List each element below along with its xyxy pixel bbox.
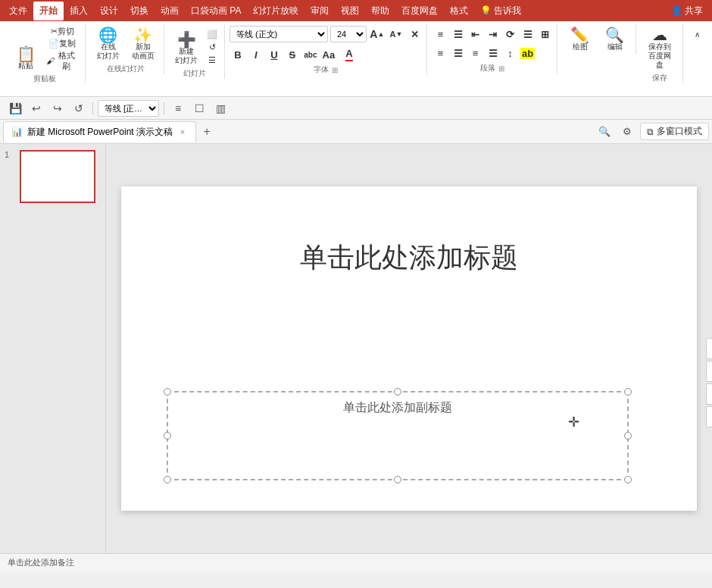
- clear-format-button[interactable]: ✕: [407, 26, 423, 42]
- copy-button[interactable]: 📄 复制: [44, 38, 80, 49]
- paragraph-expand-icon[interactable]: ⊞: [497, 64, 506, 73]
- rt-btn2[interactable]: ⊕: [706, 361, 712, 382]
- handle-tl[interactable]: [164, 388, 171, 396]
- layout-button[interactable]: ⬜: [205, 29, 220, 40]
- menu-transitions[interactable]: 切换: [124, 2, 155, 20]
- slide-canvas[interactable]: 单击此处添加标题 单击此处添加副标题 ⋀: [121, 186, 697, 511]
- underline-button[interactable]: U: [266, 46, 283, 63]
- handle-bm[interactable]: [394, 476, 401, 483]
- smartart-button[interactable]: ⊞: [537, 26, 554, 42]
- presentation-tab[interactable]: 📊 新建 Microsoft PowerPoint 演示文稿 ×: [3, 121, 196, 142]
- rt-btn4[interactable]: ⊠: [706, 406, 712, 427]
- menu-share[interactable]: 👤 共享: [665, 2, 709, 20]
- cut-button[interactable]: ✂ 剪切: [44, 26, 80, 37]
- menu-insert[interactable]: 插入: [64, 2, 94, 20]
- align-left-button[interactable]: ≡: [433, 45, 449, 61]
- align-right-button[interactable]: ≡: [467, 45, 484, 61]
- title-placeholder[interactable]: 单击此处添加标题: [121, 232, 697, 284]
- menu-slideshow[interactable]: 幻灯片放映: [247, 2, 304, 20]
- shadow-button[interactable]: abc: [302, 46, 319, 63]
- view-btn2[interactable]: ☐: [190, 99, 208, 117]
- lightbulb-icon: 💡: [480, 5, 492, 16]
- handle-mr[interactable]: [624, 432, 632, 439]
- layout-select[interactable]: 等线 [正…: [98, 100, 159, 117]
- text-highlight-button[interactable]: ab: [520, 45, 536, 61]
- new-slide-label: 新建 幻灯片: [175, 47, 198, 65]
- text-direction-icon: ⟳: [506, 29, 514, 40]
- paragraph-label: 段落 ⊞: [480, 63, 506, 74]
- handle-br[interactable]: [624, 476, 632, 483]
- bold-button[interactable]: B: [230, 46, 246, 63]
- edit-button[interactable]: 🔍 编辑: [598, 26, 632, 53]
- increase-font-icon: A: [370, 28, 377, 40]
- columns-button[interactable]: ☰: [520, 26, 536, 42]
- refresh-button[interactable]: ↺: [70, 99, 88, 117]
- justify-button[interactable]: ☰: [485, 45, 501, 61]
- menu-animations[interactable]: 动画: [155, 2, 185, 20]
- menu-review[interactable]: 审阅: [304, 2, 335, 20]
- undo-icon: ↩: [32, 102, 41, 114]
- menu-view[interactable]: 视图: [335, 2, 365, 20]
- align-center-button[interactable]: ☰: [450, 45, 467, 61]
- char-spacing-button[interactable]: Aa: [320, 46, 337, 63]
- menu-pa[interactable]: 口袋动画 PA: [185, 2, 247, 20]
- font-color-button[interactable]: A: [339, 46, 360, 63]
- online-slides-button[interactable]: 🌐 在线 幻灯片: [92, 26, 125, 62]
- reset-icon: ↺: [209, 42, 216, 52]
- save-button[interactable]: 💾: [6, 99, 24, 117]
- menu-help[interactable]: 帮助: [365, 2, 395, 20]
- menu-tell-me[interactable]: 💡 告诉我: [474, 2, 527, 20]
- share-icon: 👤: [671, 5, 682, 16]
- justify-icon: ☰: [489, 48, 498, 59]
- menu-design[interactable]: 设计: [94, 2, 124, 20]
- increase-indent-button[interactable]: ⇥: [485, 26, 501, 42]
- view-btn3[interactable]: ▥: [211, 99, 230, 117]
- collapse-ribbon-button[interactable]: ∧: [689, 27, 704, 42]
- decrease-indent-button[interactable]: ⇤: [467, 26, 484, 42]
- slide-thumbnail[interactable]: [20, 150, 95, 203]
- tab-add-button[interactable]: +: [198, 123, 216, 141]
- tab-search-button[interactable]: 🔍: [595, 122, 614, 142]
- view-btn1[interactable]: ≡: [169, 99, 187, 117]
- menu-format[interactable]: 格式: [444, 2, 474, 20]
- online-slides-label: 在线 幻灯片: [97, 42, 120, 61]
- status-bar[interactable]: 单击此处添加备注: [0, 553, 712, 571]
- increase-font-button[interactable]: A▲: [369, 26, 386, 42]
- subtitle-placeholder[interactable]: 单击此处添加副标题: [167, 391, 629, 480]
- strikethrough-button[interactable]: S: [284, 46, 301, 63]
- section-button[interactable]: ☰: [205, 55, 220, 66]
- line-spacing-button[interactable]: ↕: [502, 45, 519, 61]
- decrease-font-icon: A: [389, 30, 395, 39]
- save-cloud-icon: ☁: [652, 27, 667, 42]
- font-size-select[interactable]: 24: [330, 26, 367, 42]
- bullet-list-button[interactable]: ≡: [433, 26, 449, 42]
- format-painter-button[interactable]: 🖌 格式刷: [44, 50, 80, 71]
- menu-home[interactable]: 开始: [33, 2, 64, 20]
- tab-close-button[interactable]: ×: [177, 127, 188, 137]
- decrease-font-button[interactable]: A▼: [388, 26, 404, 42]
- text-direction-button[interactable]: ⟳: [502, 26, 519, 42]
- tab-settings-button[interactable]: ⚙: [617, 122, 637, 142]
- font-expand-icon[interactable]: ⊞: [330, 66, 339, 74]
- menu-baidu[interactable]: 百度网盘: [395, 2, 444, 20]
- new-animation-button[interactable]: ✨ 新加 动画页: [126, 26, 160, 62]
- numbered-list-button[interactable]: ☰: [450, 26, 467, 42]
- reset-button[interactable]: ↺: [205, 42, 220, 53]
- handle-ml[interactable]: [164, 432, 171, 439]
- handle-tm[interactable]: [394, 388, 401, 396]
- undo-button[interactable]: ↩: [27, 99, 45, 117]
- rt-btn3[interactable]: ⊡: [706, 383, 712, 405]
- italic-button[interactable]: I: [248, 46, 264, 63]
- redo-button[interactable]: ↪: [48, 99, 67, 117]
- new-slide-button[interactable]: ➕ 新建 幻灯片: [170, 30, 203, 67]
- edit-label: 编辑: [607, 42, 623, 52]
- draw-button[interactable]: ✏️ 绘图: [564, 26, 597, 53]
- paste-button[interactable]: 📋 粘贴: [9, 45, 42, 72]
- multi-window-button[interactable]: ⧉ 多窗口模式: [640, 123, 709, 140]
- menu-file[interactable]: 文件: [3, 2, 33, 20]
- rt-btn1[interactable]: ⋀: [706, 338, 712, 359]
- save-cloud-button[interactable]: ☁ 保存到 百度网盘: [642, 26, 678, 71]
- font-name-select[interactable]: 等线 (正文): [230, 26, 328, 42]
- handle-bl[interactable]: [164, 476, 171, 483]
- handle-tr[interactable]: [624, 388, 632, 396]
